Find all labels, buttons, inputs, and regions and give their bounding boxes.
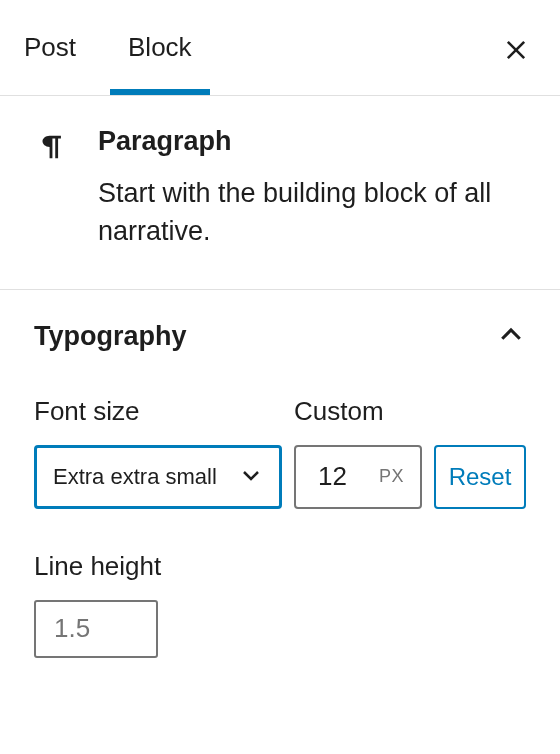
close-icon [502, 36, 530, 64]
font-size-select[interactable]: Extra extra small [34, 445, 282, 509]
typography-panel-toggle[interactable]: Typography [34, 320, 526, 354]
font-size-label: Font size [34, 396, 282, 427]
reset-label: Reset [449, 463, 512, 491]
tab-post[interactable]: Post [24, 32, 76, 95]
paragraph-icon [34, 130, 70, 166]
block-title: Paragraph [98, 126, 526, 157]
line-height-placeholder: 1.5 [54, 613, 90, 644]
reset-button[interactable]: Reset [434, 445, 526, 509]
chevron-down-icon [239, 463, 263, 491]
custom-font-size-input[interactable]: 12 PX [294, 445, 422, 509]
line-height-label: Line height [34, 551, 526, 582]
block-description: Start with the building block of all nar… [98, 175, 526, 251]
line-height-input[interactable]: 1.5 [34, 600, 158, 658]
custom-label: Custom [294, 396, 422, 427]
block-header: Paragraph Start with the building block … [0, 96, 560, 290]
font-size-value: Extra extra small [53, 464, 239, 490]
close-button[interactable] [496, 30, 536, 70]
custom-font-size-value: 12 [318, 461, 379, 492]
chevron-up-icon [496, 320, 526, 354]
panel-title: Typography [34, 321, 187, 352]
unit-label: PX [379, 466, 404, 487]
tab-block[interactable]: Block [128, 32, 192, 95]
